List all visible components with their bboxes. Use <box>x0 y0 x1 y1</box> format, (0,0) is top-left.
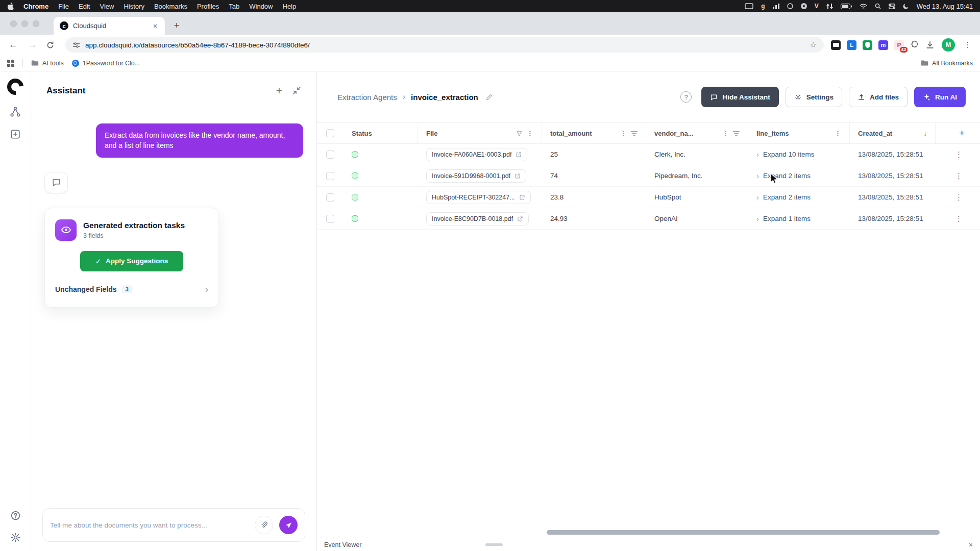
filter-lines-icon[interactable] <box>733 131 740 136</box>
minimize-window-button[interactable] <box>21 20 28 27</box>
line-items-cell[interactable]: › Expand 2 items <box>748 165 850 186</box>
row-menu-icon[interactable]: ⋮ <box>953 214 965 223</box>
vendor-cell[interactable]: HubSpot <box>646 187 748 208</box>
menubar-item[interactable]: File <box>58 3 69 10</box>
menubar-item[interactable]: Bookmarks <box>154 3 187 10</box>
file-chip[interactable]: Invoice-591D9968-0001.pdf <box>426 169 526 183</box>
menubar-item[interactable]: Profiles <box>197 3 219 10</box>
site-info-icon[interactable] <box>72 41 80 49</box>
onepassword-status-icon[interactable] <box>801 3 807 9</box>
resize-handle[interactable] <box>485 543 503 546</box>
search-icon[interactable] <box>875 3 881 9</box>
total-amount-cell[interactable]: 25 <box>542 144 646 165</box>
profile-avatar[interactable]: M <box>942 38 955 52</box>
v-status-icon[interactable]: V <box>815 3 819 10</box>
add-datasource-icon[interactable] <box>10 129 21 140</box>
collapse-icon[interactable] <box>292 86 301 95</box>
attach-file-button[interactable] <box>255 516 273 534</box>
column-menu-icon[interactable]: ⋮ <box>527 130 533 137</box>
wifi-icon[interactable] <box>860 4 867 9</box>
page-help-icon[interactable]: ? <box>680 91 692 103</box>
url-omnibox[interactable]: app.cloudsquid.io/datasources/b50a54ee-8… <box>65 37 824 53</box>
bookmark-1password[interactable]: 1Password for Clo... <box>72 60 140 67</box>
line-items-cell[interactable]: › Expand 2 items <box>748 187 850 208</box>
vendor-cell[interactable]: OpenAI <box>646 208 748 229</box>
all-bookmarks[interactable]: All Bookmarks <box>921 60 973 67</box>
sort-desc-icon[interactable]: ↓ <box>923 129 927 137</box>
filter-icon[interactable] <box>516 130 523 137</box>
arrows-status-icon[interactable] <box>826 4 833 9</box>
menubar-item[interactable]: Help <box>283 3 297 10</box>
close-window-button[interactable] <box>10 20 17 27</box>
add-column-button[interactable]: + <box>959 128 965 139</box>
download-icon[interactable] <box>925 40 935 49</box>
bookmark-folder-ai-tools[interactable]: AI tools <box>31 60 64 67</box>
battery-icon[interactable] <box>841 4 852 9</box>
run-ai-button[interactable]: Run AI <box>914 87 966 107</box>
extension-keyboard-icon[interactable] <box>831 40 841 50</box>
forward-icon[interactable]: → <box>27 40 39 50</box>
line-items-cell[interactable]: › Expand 1 items <box>748 208 850 229</box>
edit-name-icon[interactable] <box>485 93 493 101</box>
extensions-puzzle-icon[interactable] <box>910 40 919 49</box>
row-checkbox[interactable] <box>326 193 334 202</box>
stats-icon[interactable] <box>773 4 779 9</box>
column-header-vendor[interactable]: vendor_na... ⋮ <box>646 123 748 143</box>
grammarly-icon[interactable]: g <box>761 3 765 10</box>
scrollbar-thumb[interactable] <box>547 530 940 535</box>
extension-shield-icon[interactable] <box>863 40 872 50</box>
line-items-cell[interactable]: › Expand 10 items <box>748 144 850 165</box>
total-amount-cell[interactable]: 23.8 <box>542 187 646 208</box>
column-menu-icon[interactable]: ⋮ <box>620 130 627 137</box>
help-icon[interactable] <box>10 510 21 521</box>
zoom-window-button[interactable] <box>33 20 39 27</box>
settings-button[interactable]: Settings <box>786 87 842 107</box>
unchanged-fields-row[interactable]: Unchanged Fields 3 › <box>55 284 208 295</box>
new-tab-button[interactable]: + <box>169 18 184 33</box>
menubar-item[interactable]: View <box>100 3 114 10</box>
chrome-menu-icon[interactable]: ⋮ <box>962 40 973 49</box>
new-chat-icon[interactable]: + <box>276 85 282 97</box>
vendor-cell[interactable]: Pipedream, Inc. <box>646 165 748 186</box>
extension-status-icon[interactable] <box>787 3 793 9</box>
row-checkbox[interactable] <box>326 215 334 223</box>
reload-icon[interactable] <box>46 41 58 49</box>
close-icon[interactable]: × <box>969 541 973 549</box>
apply-suggestions-button[interactable]: ✓ Apply Suggestions <box>80 251 183 271</box>
extension-docs-icon[interactable]: L <box>847 40 856 50</box>
menubar-app-name[interactable]: Chrome <box>23 3 48 10</box>
browser-tab[interactable]: c Cloudsquid × <box>54 17 165 35</box>
select-all-checkbox[interactable] <box>326 129 334 137</box>
file-chip[interactable]: HubSpot-RECEIPT-302247... <box>426 191 531 204</box>
row-menu-icon[interactable]: ⋮ <box>953 150 965 159</box>
total-amount-cell[interactable]: 24.93 <box>542 208 646 229</box>
back-icon[interactable]: ← <box>7 40 19 50</box>
apple-logo-icon[interactable] <box>7 3 14 10</box>
column-header-file[interactable]: File ⋮ <box>418 123 542 143</box>
hide-assistant-button[interactable]: Hide Assistant <box>701 87 778 107</box>
column-header-total-amount[interactable]: total_amount ⋮ <box>542 123 646 143</box>
menubar-item[interactable]: Window <box>249 3 273 10</box>
file-chip[interactable]: Invoice-FA060AE1-0003.pdf <box>426 148 527 161</box>
row-checkbox[interactable] <box>326 151 334 159</box>
menubar-clock[interactable]: Wed 13. Aug 15:41 <box>917 3 973 10</box>
control-center-icon[interactable] <box>889 4 895 9</box>
workflow-icon[interactable] <box>10 106 21 117</box>
column-header-status[interactable]: Status <box>340 123 418 143</box>
file-chip[interactable]: Invoice-E8C90D7B-0018.pdf <box>426 212 529 226</box>
send-button[interactable] <box>279 516 298 534</box>
event-viewer-label[interactable]: Event Viewer <box>324 541 361 548</box>
column-header-line-items[interactable]: line_items ⋮ <box>748 123 850 143</box>
column-menu-icon[interactable]: ⋮ <box>835 130 841 137</box>
column-menu-icon[interactable]: ⋮ <box>722 130 729 137</box>
breadcrumb-parent[interactable]: Extraction Agents <box>337 93 397 102</box>
menubar-item[interactable]: History <box>124 3 144 10</box>
add-files-button[interactable]: Add files <box>849 87 908 107</box>
cloudsquid-logo[interactable] <box>4 75 27 98</box>
filter-lines-icon[interactable] <box>631 131 638 136</box>
settings-gear-icon[interactable] <box>10 532 21 543</box>
apps-grid-icon[interactable] <box>7 60 14 67</box>
vendor-cell[interactable]: Clerk, Inc. <box>646 144 748 165</box>
screen-mirroring-icon[interactable] <box>745 3 753 9</box>
moon-icon[interactable] <box>903 3 909 9</box>
